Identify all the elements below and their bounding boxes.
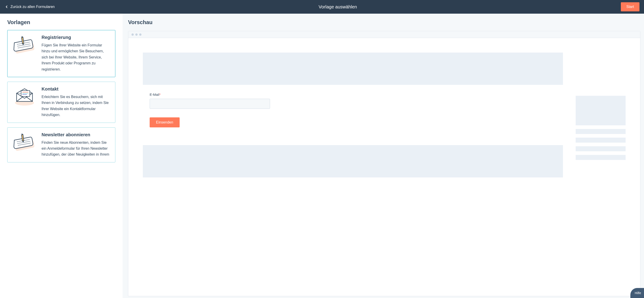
template-title: Registrierung [42, 35, 110, 40]
template-content: Kontakt Erleichtern Sie es Besuchern, si… [42, 86, 110, 118]
header-bar: Zurück zu allen Formularen Vorlage auswä… [0, 0, 644, 14]
template-desc: Fügen Sie Ihrer Website ein Formular hin… [42, 42, 110, 72]
templates-panel[interactable]: Vorlagen Registrierung Fügen Sie Ihrer W… [0, 14, 122, 298]
template-card-registration[interactable]: Registrierung Fügen Sie Ihrer Website ei… [7, 30, 115, 77]
back-link-label: Zurück zu allen Formularen [10, 5, 55, 9]
email-field[interactable] [150, 99, 270, 109]
template-content: Registrierung Fügen Sie Ihrer Website ei… [42, 35, 110, 72]
page-title: Vorlage auswählen [318, 4, 357, 10]
start-button[interactable]: Start [621, 2, 640, 11]
browser-header [128, 31, 640, 38]
submit-button[interactable]: Einsenden [150, 117, 180, 127]
template-card-contact[interactable]: Kontakt Erleichtern Sie es Besuchern, si… [7, 82, 115, 123]
browser-dot [132, 34, 134, 36]
placeholder-sidebar-line [576, 155, 626, 160]
placeholder-sidebar-line [576, 146, 626, 151]
template-desc: Finden Sie neue Abonnenten, indem Sie ei… [42, 140, 110, 158]
email-label-text: E-Mail [150, 93, 160, 96]
back-link[interactable]: Zurück zu allen Formularen [4, 5, 55, 9]
main-content: Vorlagen Registrierung Fügen Sie Ihrer W… [0, 14, 644, 298]
browser-frame[interactable]: E-Mail* Einsenden [128, 31, 640, 296]
template-content: Newsletter abonnieren Finden Sie neue Ab… [42, 132, 110, 158]
template-desc: Erleichtern Sie es Besuchern, sich mit I… [42, 94, 110, 118]
envelope-icon [12, 86, 37, 107]
required-asterisk: * [160, 93, 161, 96]
placeholder-sidebar-line [576, 138, 626, 143]
newsletter-icon [12, 132, 37, 153]
placeholder-sidebar-line [576, 129, 626, 134]
registration-icon [12, 35, 37, 55]
email-label: E-Mail* [150, 93, 563, 96]
browser-dot [139, 34, 142, 36]
templates-heading: Vorlagen [7, 19, 115, 26]
chevron-left-icon [4, 5, 9, 9]
template-card-newsletter[interactable]: Newsletter abonnieren Finden Sie neue Ab… [7, 127, 115, 163]
template-title: Kontakt [42, 86, 110, 92]
browser-dot [135, 34, 138, 36]
placeholder-sidebar [576, 96, 626, 125]
preview-sidebar-column [576, 96, 626, 178]
preview-main-column: E-Mail* Einsenden [143, 53, 563, 178]
preview-body: E-Mail* Einsenden [128, 38, 640, 192]
preview-panel: Vorschau E-Mail* Einsenden [122, 14, 644, 298]
template-title: Newsletter abonnieren [42, 132, 110, 137]
preview-heading: Vorschau [128, 19, 644, 26]
placeholder-hero [143, 53, 563, 85]
placeholder-bottom [143, 145, 563, 178]
